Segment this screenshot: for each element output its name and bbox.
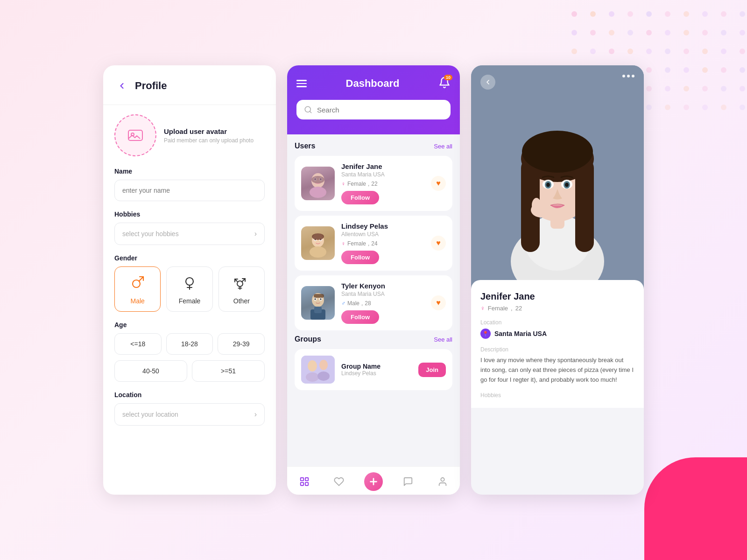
detail-info-section: Jenifer Jane ♀ Female, 22 Location 📍 San…	[471, 280, 644, 408]
profile-back-button[interactable]	[114, 78, 129, 93]
svg-point-128	[565, 183, 569, 187]
groups-see-all-link[interactable]: See all	[434, 336, 452, 343]
hobbies-chevron-icon: ›	[254, 230, 257, 238]
svg-point-23	[627, 49, 633, 54]
more-dot-2	[627, 75, 630, 77]
svg-point-36	[684, 67, 689, 73]
svg-line-63	[139, 277, 143, 281]
svg-point-39	[740, 67, 745, 73]
nav-add-button[interactable]	[364, 472, 383, 491]
svg-point-9	[740, 11, 745, 17]
back-arrow-icon	[117, 81, 127, 91]
location-placeholder: select your location	[122, 411, 178, 418]
user-avatar-tyler	[301, 286, 335, 320]
svg-point-27	[702, 49, 708, 54]
hobbies-select[interactable]: select your hobbies ›	[114, 223, 265, 245]
follow-jenifer-button[interactable]: Follow	[341, 191, 379, 204]
svg-point-38	[721, 67, 726, 73]
name-label: Name	[114, 168, 265, 175]
dashboard-topbar: Dashboard 10	[296, 77, 451, 91]
location-select[interactable]: select your location ›	[114, 403, 265, 426]
group-sub-1: Lindsey Pelas	[341, 370, 412, 377]
image-upload-icon	[126, 126, 145, 145]
hamburger-menu-button[interactable]	[296, 80, 307, 87]
user-name-tyler: Tyler Kenyon	[341, 282, 424, 290]
svg-rect-107	[301, 478, 303, 481]
description-section-label: Description	[480, 346, 634, 353]
follow-lindsey-button[interactable]: Follow	[341, 251, 379, 264]
svg-point-29	[740, 49, 745, 54]
svg-point-127	[546, 183, 550, 187]
dashboard-header: Dashboard 10	[287, 65, 460, 134]
name-input[interactable]	[114, 180, 265, 201]
heart-lindsey-button[interactable]: ♥	[431, 236, 446, 251]
svg-point-86	[311, 176, 324, 183]
user-info-lindsey: Lindsey Pelas Allentown USA ♀ Female, 24…	[341, 222, 424, 264]
svg-point-17	[702, 30, 708, 35]
gender-male-btn[interactable]: Male	[114, 266, 161, 312]
svg-point-46	[684, 86, 689, 91]
detail-age: 22	[515, 305, 522, 312]
age-29-39[interactable]: 29-39	[218, 333, 265, 355]
follow-tyler-button[interactable]: Follow	[341, 310, 379, 324]
notification-badge: 10	[444, 75, 452, 80]
user-gender-age-lindsey: ♀ Female, 24	[341, 240, 424, 247]
svg-point-24	[646, 49, 652, 54]
users-section-header: Users See all	[295, 142, 452, 150]
gender-other-btn[interactable]: Other	[218, 266, 265, 312]
svg-point-55	[665, 105, 670, 110]
svg-point-14	[646, 30, 652, 35]
location-pin-icon: 📍	[480, 329, 491, 339]
join-group-button[interactable]: Join	[418, 363, 446, 377]
users-section-title: Users	[295, 142, 315, 150]
nav-heart-button[interactable]	[330, 472, 348, 491]
age-40-50[interactable]: 40-50	[114, 360, 187, 382]
avatar-face-lindsey	[301, 226, 335, 260]
detail-back-button[interactable]	[480, 75, 495, 90]
male-icon	[130, 275, 145, 294]
user-info-jenifer: Jenifer Jane Santa Maria USA ♀ Female, 2…	[341, 162, 424, 204]
age-lte18[interactable]: <=18	[114, 333, 162, 355]
heart-jenifer-button[interactable]: ♥	[431, 176, 446, 191]
notification-button[interactable]: 10	[438, 77, 451, 91]
location-label: Location	[114, 391, 265, 399]
svg-point-47	[702, 86, 708, 91]
search-bar[interactable]	[296, 100, 451, 119]
age-options-row2: 40-50 >=51	[114, 360, 265, 382]
svg-rect-110	[305, 483, 308, 485]
other-label: Other	[233, 297, 250, 305]
svg-point-12	[609, 30, 614, 35]
svg-point-25	[665, 49, 670, 54]
gender-symbol-lindsey: ♀	[341, 240, 345, 247]
nav-chat-button[interactable]	[399, 472, 417, 491]
detail-more-button[interactable]	[622, 75, 634, 77]
search-input[interactable]	[317, 106, 443, 114]
svg-point-57	[702, 105, 708, 110]
users-see-all-link[interactable]: See all	[434, 143, 452, 150]
plus-icon	[368, 476, 379, 487]
avatar-upload-circle[interactable]	[114, 114, 156, 156]
nav-profile-button[interactable]	[433, 472, 452, 491]
svg-point-54	[646, 105, 652, 110]
group-info-1: Group Name Lindsey Pelas	[341, 363, 412, 377]
svg-point-22	[609, 49, 614, 54]
detail-location: 📍 Santa Maria USA	[480, 329, 634, 339]
female-icon	[182, 275, 197, 294]
pink-blob-decoration	[644, 457, 747, 560]
age-18-28[interactable]: 18-28	[166, 333, 213, 355]
location-section-label: Location	[480, 319, 634, 326]
svg-point-6	[684, 11, 689, 17]
nav-grid-button[interactable]	[295, 472, 314, 491]
svg-point-105	[319, 360, 328, 370]
gender-female-btn[interactable]: Female	[166, 266, 212, 312]
female-label: Female	[179, 297, 201, 305]
svg-point-130	[532, 198, 541, 213]
svg-rect-109	[301, 483, 303, 485]
age-options-row1: <=18 18-28 29-39	[114, 333, 265, 355]
svg-point-99	[315, 298, 316, 300]
avatar-face-jenifer	[301, 167, 335, 200]
dashboard-panel: Dashboard 10 Users See all	[287, 65, 460, 495]
svg-point-113	[441, 478, 444, 481]
heart-tyler-button[interactable]: ♥	[431, 295, 446, 310]
age-gte51[interactable]: >=51	[192, 360, 265, 382]
